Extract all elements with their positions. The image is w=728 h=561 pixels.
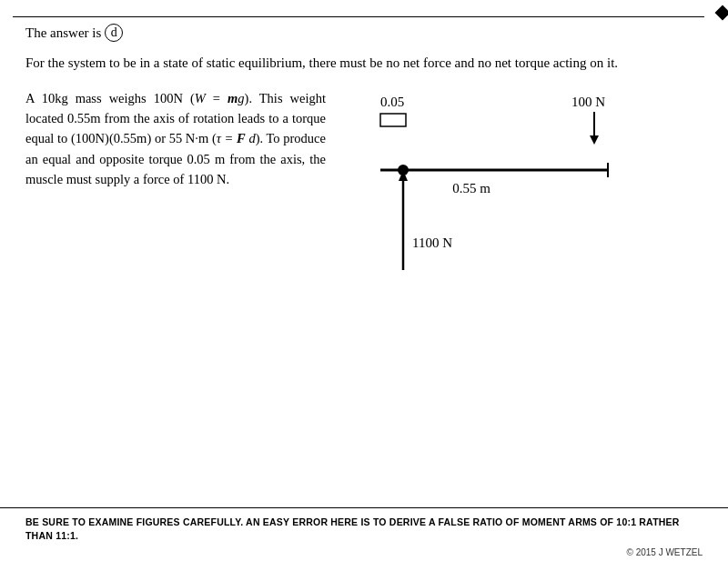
diamond-icon <box>715 5 728 21</box>
diagram: 0.05 100 N 0.55 m <box>353 88 703 306</box>
top-decoration <box>0 0 728 18</box>
bottom-section: BE SURE TO EXAMINE FIGURES CAREFULLY. AN… <box>0 507 728 562</box>
answer-prefix: The answer is <box>25 25 101 41</box>
explanation-text: A 10kg mass weighs 100N (W = mg). This w… <box>25 88 326 190</box>
diagram-svg: 0.05 100 N 0.55 m <box>353 88 626 306</box>
top-line <box>13 16 704 27</box>
label-100n: 100 N <box>571 95 605 109</box>
main-section: A 10kg mass weighs 100N (W = mg). This w… <box>25 88 703 306</box>
main-content: The answer is d For the system to be in … <box>0 24 728 306</box>
arrow-100n-head <box>590 135 599 145</box>
copyright: © 2015 J WETZEL <box>25 547 703 557</box>
label-1100n: 1100 N <box>412 235 452 250</box>
bottom-note: BE SURE TO EXAMINE FIGURES CAREFULLY. AN… <box>25 516 703 545</box>
label-0-55m: 0.55 m <box>452 181 490 195</box>
equilibrium-statement: For the system to be in a state of stati… <box>25 53 703 74</box>
label-0-05: 0.05 <box>380 95 404 109</box>
bracket-0-05 <box>380 114 406 126</box>
